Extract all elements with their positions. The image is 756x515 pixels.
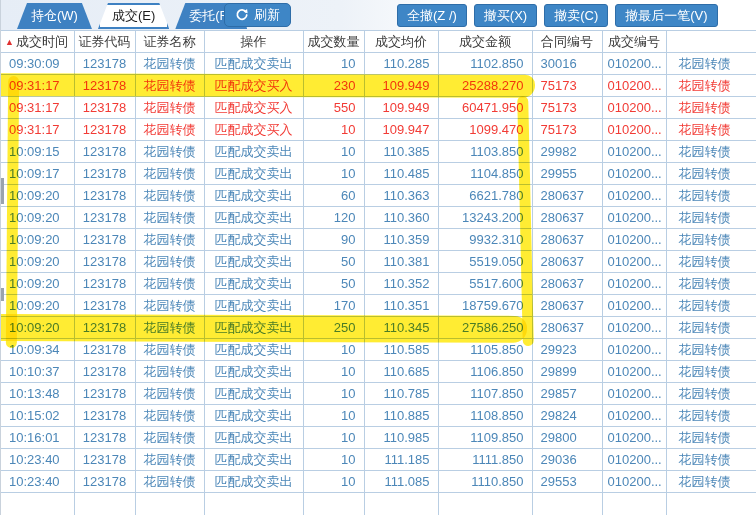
cell-security-name: 花园转债	[135, 141, 204, 163]
header-trade-time[interactable]: ▲成交时间	[1, 31, 74, 53]
cell-amount: 1111.850	[438, 449, 532, 471]
header-quantity[interactable]: 成交数量	[303, 31, 364, 53]
top-toolbar: 持仓(W) 成交(E) 委托(R) 刷新 全撤(Z /) 撤买(X) 撤卖(C)…	[1, 0, 756, 30]
cancel-all-button[interactable]: 全撤(Z /)	[397, 4, 467, 27]
header-trade-time-label: 成交时间	[16, 34, 68, 49]
header-security-name[interactable]: 证券名称	[135, 31, 204, 53]
cell-trade-no: 010200...	[602, 449, 666, 471]
cell-security-name-2: 花园转债	[666, 119, 756, 141]
cell-security-name-2: 花园转债	[666, 185, 756, 207]
cell-security-name: 花园转债	[135, 119, 204, 141]
tab-trades[interactable]: 成交(E)	[98, 3, 169, 29]
table-row[interactable]: 10:23:40 123178 花园转债 匹配成交卖出 10 111.185 1…	[1, 449, 756, 471]
cell-operation: 匹配成交卖出	[204, 427, 303, 449]
cell-contract-no: 29982	[532, 141, 602, 163]
cell-quantity: 10	[303, 405, 364, 427]
cell-amount: 1106.850	[438, 361, 532, 383]
table-row[interactable]: 10:09:20 123178 花园转债 匹配成交卖出 90 110.359 9…	[1, 229, 756, 251]
cell-security-name: 花园转债	[135, 207, 204, 229]
cell-operation: 匹配成交买入	[204, 75, 303, 97]
cell-contract-no: 280637	[532, 229, 602, 251]
cell-security-name-2: 花园转债	[666, 339, 756, 361]
refresh-label: 刷新	[254, 6, 280, 24]
cell-contract-no: 29800	[532, 427, 602, 449]
table-row[interactable]: 10:13:48 123178 花园转债 匹配成交卖出 10 110.785 1…	[1, 383, 756, 405]
cell-quantity: 10	[303, 163, 364, 185]
table-row[interactable]: 09:31:17 123178 花园转债 匹配成交买入 550 109.949 …	[1, 97, 756, 119]
cell-quantity: 50	[303, 273, 364, 295]
table-row[interactable]: 10:09:34 123178 花园转债 匹配成交卖出 10 110.585 1…	[1, 339, 756, 361]
cell-security-name-2: 花园转债	[666, 449, 756, 471]
cell-security-name-2: 花园转债	[666, 75, 756, 97]
cancel-last-button[interactable]: 撤最后一笔(V)	[615, 4, 717, 27]
cell-security-name-2: 花园转债	[666, 383, 756, 405]
table-row[interactable]: 09:30:09 123178 花园转债 匹配成交卖出 10 110.285 1…	[1, 53, 756, 75]
cancel-sells-button[interactable]: 撤卖(C)	[544, 4, 608, 27]
cell-quantity: 230	[303, 75, 364, 97]
header-trade-no[interactable]: 成交编号	[602, 31, 666, 53]
tab-bar: 持仓(W) 成交(E) 委托(R)	[17, 3, 247, 29]
cell-security-name-2: 花园转债	[666, 427, 756, 449]
table-row[interactable]: 10:15:02 123178 花园转债 匹配成交卖出 10 110.885 1…	[1, 405, 756, 427]
cell-trade-time: 10:09:34	[1, 339, 74, 361]
table-row[interactable]: 10:09:20 123178 花园转债 匹配成交卖出 50 110.352 5…	[1, 273, 756, 295]
cell-security-name-2: 花园转债	[666, 207, 756, 229]
cell-contract-no: 29553	[532, 471, 602, 493]
table-row[interactable]: 10:16:01 123178 花园转债 匹配成交卖出 10 110.985 1…	[1, 427, 756, 449]
cell-contract-no: 29955	[532, 163, 602, 185]
cell-operation: 匹配成交卖出	[204, 383, 303, 405]
cell-trade-no: 010200...	[602, 295, 666, 317]
cell-operation: 匹配成交卖出	[204, 449, 303, 471]
cell-trade-no: 010200...	[602, 75, 666, 97]
order-action-buttons: 全撤(Z /) 撤买(X) 撤卖(C) 撤最后一笔(V)	[397, 4, 718, 27]
cell-amount: 5519.050	[438, 251, 532, 273]
table-row[interactable]: 10:23:40 123178 花园转债 匹配成交卖出 10 111.085 1…	[1, 471, 756, 493]
refresh-button[interactable]: 刷新	[224, 3, 291, 27]
cell-security-name: 花园转债	[135, 471, 204, 493]
table-row[interactable]: 09:31:17 123178 花园转债 匹配成交买入 10 109.947 1…	[1, 119, 756, 141]
cell-avg-price: 111.085	[364, 471, 438, 493]
table-row[interactable]: 10:09:20 123178 花园转债 匹配成交卖出 170 110.351 …	[1, 295, 756, 317]
cell-security-name-2: 花园转债	[666, 361, 756, 383]
header-avg-price[interactable]: 成交均价	[364, 31, 438, 53]
table-row[interactable]: 10:10:37 123178 花园转债 匹配成交卖出 10 110.685 1…	[1, 361, 756, 383]
cell-operation: 匹配成交买入	[204, 97, 303, 119]
cell-trade-no: 010200...	[602, 53, 666, 75]
cell-trade-time: 10:23:40	[1, 471, 74, 493]
empty-row	[1, 493, 756, 515]
header-security-code[interactable]: 证券代码	[74, 31, 135, 53]
cell-trade-time: 10:09:20	[1, 273, 74, 295]
table-row[interactable]: 10:09:20 123178 花园转债 匹配成交卖出 120 110.360 …	[1, 207, 756, 229]
cell-security-name-2: 花园转债	[666, 295, 756, 317]
cell-security-name: 花园转债	[135, 75, 204, 97]
splitter-notch[interactable]	[1, 288, 4, 301]
header-operation[interactable]: 操作	[204, 31, 303, 53]
table-row[interactable]: 10:09:17 123178 花园转债 匹配成交卖出 10 110.485 1…	[1, 163, 756, 185]
cell-contract-no: 75173	[532, 75, 602, 97]
table-row[interactable]: 10:09:15 123178 花园转债 匹配成交卖出 10 110.385 1…	[1, 141, 756, 163]
tab-positions[interactable]: 持仓(W)	[17, 3, 92, 29]
cell-contract-no: 29824	[532, 405, 602, 427]
cell-amount: 9932.310	[438, 229, 532, 251]
cell-amount: 27586.250	[438, 317, 532, 339]
cell-security-name: 花园转债	[135, 229, 204, 251]
splitter-notch[interactable]	[1, 178, 4, 204]
cell-security-code: 123178	[74, 185, 135, 207]
cell-quantity: 10	[303, 383, 364, 405]
table-row[interactable]: 10:09:20 123178 花园转债 匹配成交卖出 60 110.363 6…	[1, 185, 756, 207]
table-row[interactable]: 10:09:20 123178 花园转债 匹配成交卖出 250 110.345 …	[1, 317, 756, 339]
cancel-buys-button[interactable]: 撤买(X)	[474, 4, 537, 27]
cell-contract-no: 30016	[532, 53, 602, 75]
cell-trade-time: 10:15:02	[1, 405, 74, 427]
cell-trade-time: 09:31:17	[1, 97, 74, 119]
cell-security-name: 花园转债	[135, 405, 204, 427]
cell-contract-no: 280637	[532, 295, 602, 317]
table-row[interactable]: 09:31:17 123178 花园转债 匹配成交买入 230 109.949 …	[1, 75, 756, 97]
header-contract-no[interactable]: 合同编号	[532, 31, 602, 53]
cell-quantity: 250	[303, 317, 364, 339]
header-amount[interactable]: 成交金额	[438, 31, 532, 53]
cell-contract-no: 280637	[532, 273, 602, 295]
table-row[interactable]: 10:09:20 123178 花园转债 匹配成交卖出 50 110.381 5…	[1, 251, 756, 273]
cell-trade-no: 010200...	[602, 471, 666, 493]
cell-trade-no: 010200...	[602, 185, 666, 207]
